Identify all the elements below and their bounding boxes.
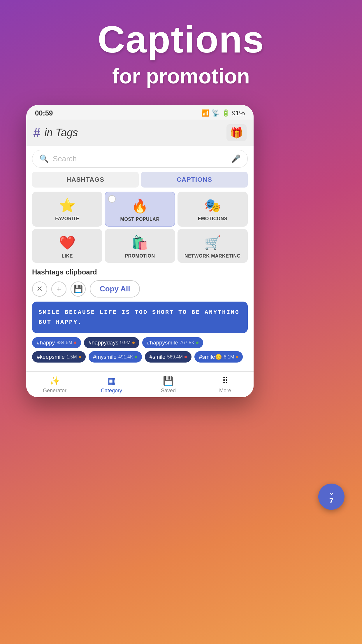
nav-label-category: Category	[101, 388, 122, 394]
hashtag-pill-happydays[interactable]: #happydays 9.9M	[84, 337, 139, 348]
hashtag-pill-smile-emoji[interactable]: #smile😊 8.1M	[194, 351, 243, 363]
tab-hashtags[interactable]: HASHTAGS	[32, 172, 139, 188]
battery-percent: 91%	[232, 109, 245, 117]
app-name: in Tags	[44, 127, 78, 139]
star-icon: ⭐	[59, 197, 75, 213]
category-most-popular[interactable]: 🔥 MOST POPULAR	[105, 192, 175, 227]
hashtag-smile-emoji-count: 8.1M	[224, 354, 234, 360]
category-network-marketing[interactable]: 🛒 NETWORK MARKETING	[178, 229, 248, 263]
hashtag-happysmile-count: 767.5K	[180, 340, 194, 345]
category-label-like: LIKE	[61, 253, 73, 259]
dot-green-2-icon	[135, 356, 137, 358]
floating-badge[interactable]: ⌄ 7	[318, 484, 345, 510]
nav-label-more: More	[219, 388, 231, 394]
page-subtitle: for promotion	[23, 64, 339, 88]
hashtag-smile-tag: #smile	[150, 354, 166, 360]
app-header: # in Tags 🎁	[26, 120, 254, 146]
dot-orange-icon	[132, 342, 135, 344]
hashtag-happydays-tag: #happydays	[89, 340, 118, 346]
search-icon: 🔍	[39, 154, 49, 163]
wifi-icon: 📶	[201, 109, 209, 117]
hashtag-pills: #happy 884.6M #happydays 9.9M #happysmil…	[32, 337, 248, 363]
badge-number: 7	[329, 497, 333, 504]
theater-icon: 🎭	[204, 197, 221, 213]
fire-icon: 🔥	[131, 198, 148, 214]
hashtag-smile-count: 569.4M	[167, 354, 183, 360]
hashtag-happysmile-tag: #happysmile	[147, 340, 178, 346]
hashtag-pill-keepsmile[interactable]: #keepsmile 1.5M	[32, 351, 86, 363]
app-logo: # in Tags	[33, 125, 78, 140]
copy-all-button[interactable]: Copy All	[90, 280, 140, 298]
caption-box: SMILE BECAUSE LIFE IS TOO SHORT TO BE AN…	[32, 302, 248, 333]
category-grid: ⭐ FAVORITE 🔥 MOST POPULAR 🎭 EMOTICONS ❤️…	[32, 192, 248, 263]
bag-icon: 🛍️	[131, 235, 148, 251]
category-promotion[interactable]: 🛍️ PROMOTION	[105, 229, 175, 263]
category-label-network-marketing: NETWORK MARKETING	[184, 253, 240, 259]
save-button[interactable]: 💾	[71, 281, 86, 297]
nav-category[interactable]: ▦ Category	[83, 376, 140, 394]
dot-orange-2-icon	[79, 356, 81, 358]
gift-button[interactable]: 🎁	[226, 124, 247, 141]
hashtag-happydays-count: 9.9M	[120, 340, 131, 345]
hashtag-happy-tag: #happy	[37, 340, 55, 346]
add-button[interactable]: ＋	[51, 281, 66, 297]
hashtag-mysmile-tag: #mysmile	[93, 354, 117, 360]
hashtag-logo-icon: #	[33, 125, 40, 140]
category-icon: ▦	[108, 376, 116, 386]
hashtag-mysmile-count: 491.4K	[118, 354, 133, 360]
hashtag-keepsmile-count: 1.5M	[66, 354, 77, 360]
status-time: 00:59	[35, 109, 53, 117]
category-label-most-popular: MOST POPULAR	[120, 217, 160, 222]
clear-button[interactable]: ✕	[32, 281, 47, 297]
saved-icon: 💾	[163, 376, 174, 386]
nav-label-saved: Saved	[161, 388, 176, 394]
tab-captions[interactable]: CAPTIONS	[141, 172, 248, 188]
clipboard-section: Hashtags clipboard ✕ ＋ 💾 Copy All SMILE …	[26, 263, 254, 368]
category-label-favorite: FAVORITE	[55, 216, 79, 221]
header-section: Captions for promotion	[0, 0, 362, 100]
category-favorite[interactable]: ⭐ FAVORITE	[32, 192, 102, 227]
category-label-promotion: PROMOTION	[125, 253, 155, 259]
dot-red-icon	[74, 342, 76, 344]
cart-icon: 🛒	[204, 235, 221, 251]
status-icons: 📶 📡 🔋 91%	[201, 109, 245, 117]
search-bar[interactable]: 🔍 Search 🎤	[32, 150, 248, 168]
dot-green-icon	[196, 342, 198, 344]
nav-label-generator: Generator	[43, 388, 66, 394]
dot-red-2-icon	[184, 356, 187, 358]
hashtag-happy-count: 884.6M	[57, 340, 72, 345]
category-like[interactable]: ❤️ LIKE	[32, 229, 102, 263]
nav-generator[interactable]: ✨ Generator	[26, 376, 83, 394]
nav-saved[interactable]: 💾 Saved	[140, 376, 197, 394]
clipboard-actions: ✕ ＋ 💾 Copy All	[32, 280, 248, 298]
dot-orange-3-icon	[236, 356, 238, 358]
category-emoticons[interactable]: 🎭 EMOTICONS	[178, 192, 248, 227]
hashtag-pill-happy[interactable]: #happy 884.6M	[32, 337, 81, 348]
heart-icon: ❤️	[59, 235, 75, 251]
search-input[interactable]: Search	[53, 154, 227, 163]
clipboard-title: Hashtags clipboard	[32, 268, 248, 276]
hashtag-pill-smile[interactable]: #smile 569.4M	[145, 351, 191, 363]
hashtag-keepsmile-tag: #keepsmile	[37, 354, 65, 360]
phone-mockup: 00:59 📶 📡 🔋 91% # in Tags 🎁 🔍 Search 🎤 H…	[26, 105, 254, 397]
badge-arrow-icon: ⌄	[329, 489, 334, 497]
caption-text: SMILE BECAUSE LIFE IS TOO SHORT TO BE AN…	[38, 307, 241, 327]
bottom-nav: ✨ Generator ▦ Category 💾 Saved ⠿ More	[26, 371, 254, 397]
hashtag-pill-happysmile[interactable]: #happysmile 767.5K	[142, 337, 203, 348]
mic-icon[interactable]: 🎤	[231, 154, 240, 163]
category-label-emoticons: EMOTICONS	[198, 216, 227, 221]
battery-icon: 🔋	[222, 109, 230, 117]
more-icon: ⠿	[222, 376, 229, 386]
hashtag-pill-mysmile[interactable]: #mysmile 491.4K	[89, 351, 142, 363]
nav-more[interactable]: ⠿ More	[197, 376, 254, 394]
generator-icon: ✨	[49, 376, 60, 386]
hashtag-smile-emoji-tag: #smile😊	[199, 354, 222, 360]
status-bar: 00:59 📶 📡 🔋 91%	[26, 105, 254, 120]
page-title: Captions	[23, 18, 339, 61]
signal-icon: 📡	[212, 109, 219, 117]
tab-bar: HASHTAGS CAPTIONS	[32, 172, 248, 188]
selection-indicator	[108, 195, 116, 203]
